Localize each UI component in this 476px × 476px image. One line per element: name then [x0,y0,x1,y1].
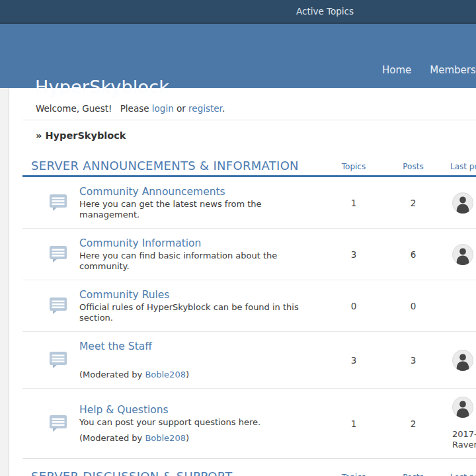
topics-count: 3 [327,355,380,366]
forum-info: Meet the Staff (Moderated by Boble208) [79,340,327,380]
forum-description: Here you can get the latest news from th… [79,199,311,220]
comment-bubble-icon [49,244,79,265]
forum-description [79,354,311,364]
breadcrumb: » HyperSkyblock [36,130,476,141]
nav-home-link[interactable]: Home [382,64,411,76]
last-post-date: 2017- [452,429,476,440]
last-post-cell: 2017- Raven [450,397,476,450]
column-header-topics: Topics [327,473,380,476]
column-header-posts: Posts [387,473,440,476]
comment-bubble-icon [49,413,79,434]
column-header-lastpost: Last post [450,473,476,476]
forum-description: Official rules of HyperSkyblock can be f… [79,302,311,323]
breadcrumb-arrow-icon: » [36,130,42,141]
posts-count: 2 [387,198,440,208]
forum-row-community-announcements: Community Announcements Here you can get… [22,177,476,228]
active-topics-link[interactable]: Active Topics [296,6,354,17]
nav-members-link[interactable]: Members [430,64,476,76]
category-header: SERVER ANNOUNCEMENTS & INFORMATION Topic… [22,159,476,177]
last-post-cell [450,192,476,214]
avatar[interactable] [452,397,473,418]
category-discussion: SERVER DISCUSSION & SUPPORT Topics Posts… [22,469,476,476]
moderated-prefix: (Moderated by [79,370,145,379]
posts-count: 0 [387,301,440,311]
forum-info: Help & Questions You can post your suppo… [79,403,327,444]
forum-info: Community Information Here you can find … [79,237,327,272]
avatar[interactable] [452,350,473,371]
posts-count: 2 [387,418,440,429]
forum-row-community-rules: Community Rules Official rules of HyperS… [22,280,476,331]
topics-count: 3 [327,249,380,260]
moderated-by: (Moderated by Boble208) [79,433,327,444]
forum-info: Community Rules Official rules of HyperS… [79,288,327,323]
forum-title-link[interactable]: Community Information [79,237,201,250]
welcome-or: or [177,103,186,114]
avatar[interactable] [452,192,473,214]
welcome-period: . [222,103,225,114]
category-announcements: SERVER ANNOUNCEMENTS & INFORMATION Topic… [22,159,476,459]
posts-count: 3 [387,355,440,366]
site-title: HyperSkyblock [35,77,169,97]
column-header-topics: Topics [327,162,380,173]
moderated-prefix: (Moderated by [79,433,145,443]
moderated-suffix: ) [186,433,189,443]
category-title-link[interactable]: SERVER ANNOUNCEMENTS & INFORMATION [22,159,327,173]
forum-list: Community Announcements Here you can get… [22,177,476,459]
forum-description: Here you can find basic information abou… [79,251,311,272]
topics-count: 0 [327,301,380,311]
comment-bubble-icon [49,350,79,371]
register-link[interactable]: register [188,103,222,114]
forum-title-link[interactable]: Community Rules [79,288,169,301]
forum-title-link[interactable]: Help & Questions [79,403,169,416]
comment-bubble-icon [49,192,79,214]
last-post-cell [450,244,476,265]
login-link[interactable]: login [152,103,174,114]
welcome-greeting: Welcome, Guest! [36,103,112,114]
moderated-suffix: ) [186,370,189,379]
comment-bubble-icon [49,296,79,317]
category-header: SERVER DISCUSSION & SUPPORT Topics Posts… [22,469,476,476]
last-post-user-link[interactable]: Raven [452,440,476,450]
topbar: Active Topics [0,0,476,24]
forum-row-community-information: Community Information Here you can find … [22,228,476,280]
moderator-link[interactable]: Boble208 [145,370,186,379]
forum-title-link[interactable]: Meet the Staff [79,340,152,353]
site-header: HyperSkyblock Home Members [0,24,476,88]
category-title-link[interactable]: SERVER DISCUSSION & SUPPORT [22,469,327,476]
main-nav: Home Members [382,64,476,76]
forum-info: Community Announcements Here you can get… [79,185,327,220]
forum-title-link[interactable]: Community Announcements [79,185,225,198]
column-header-lastpost: Last post [450,162,476,173]
forum-row-help-questions: Help & Questions You can post your suppo… [22,388,476,458]
welcome-please: Please [120,103,149,114]
topics-count: 1 [327,418,380,429]
forum-description: You can post your support questions here… [79,417,311,428]
moderated-by: (Moderated by Boble208) [79,370,327,380]
last-post-cell [450,350,476,371]
forum-row-meet-the-staff: Meet the Staff (Moderated by Boble208) 3… [22,331,476,388]
topics-count: 1 [327,198,380,208]
column-header-posts: Posts [387,162,440,173]
content-wrapper: Welcome, Guest! Please login or register… [9,88,476,476]
moderator-link[interactable]: Boble208 [145,433,186,443]
avatar[interactable] [452,244,473,265]
breadcrumb-current: HyperSkyblock [45,130,126,141]
posts-count: 6 [387,249,440,260]
